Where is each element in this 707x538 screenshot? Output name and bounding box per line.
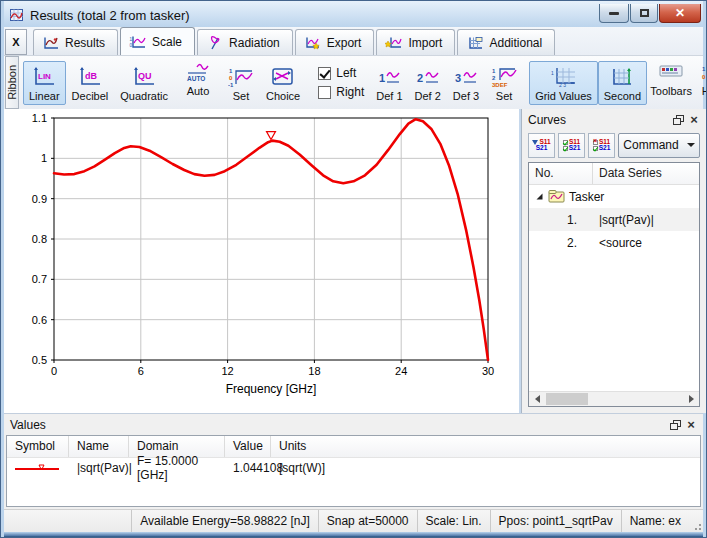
column-value[interactable]: Value <box>225 436 271 457</box>
svg-text:AUTO: AUTO <box>187 75 205 82</box>
left-checkbox-label: Left <box>336 66 356 80</box>
title-bar[interactable]: Results (total 2 from tasker) ✕ <box>4 1 703 27</box>
command-dropdown[interactable]: Command <box>618 133 700 158</box>
values-table: Symbol Name Domain Value Units |sqrt(Pav… <box>6 435 701 507</box>
def2-button[interactable]: 2 Def 2 <box>409 61 447 105</box>
svg-text:1: 1 <box>130 37 133 42</box>
plot-area[interactable]: 06121824300.50.60.70.80.911.1Frequency [… <box>4 109 519 413</box>
svg-text:1: 1 <box>702 66 706 72</box>
right-checkbox-box[interactable] <box>318 86 331 99</box>
second-button[interactable]: Second <box>598 61 647 105</box>
scroll-right-arrow[interactable] <box>683 392 699 406</box>
enable-s-params-button[interactable]: S11 S21 <box>558 133 585 158</box>
set-def-icon: 123DEF <box>491 64 517 90</box>
def1-label: Def 1 <box>376 90 402 103</box>
right-axis-checkbox[interactable]: Right <box>318 85 364 99</box>
ribbon-close-button[interactable]: X <box>5 29 27 55</box>
toggle-s-params-button[interactable]: S11 S21 <box>588 133 615 158</box>
status-ppos: Ppos: point1_sqrtPav <box>490 510 621 532</box>
left-arrow-icon <box>535 395 540 403</box>
grid-values-button[interactable]: 12 3 Grid Values <box>529 61 598 105</box>
close-button[interactable]: ✕ <box>659 4 701 23</box>
curves-horizontal-scrollbar[interactable] <box>529 391 699 406</box>
tab-scale[interactable]: 1 0 Scale <box>120 27 195 55</box>
left-axis-checkbox[interactable]: Left <box>318 66 364 80</box>
tab-export[interactable]: Export <box>295 29 375 55</box>
values-table-header[interactable]: Symbol Name Domain Value Units <box>7 436 700 458</box>
left-checkbox-box[interactable] <box>318 67 331 80</box>
export-tab-icon <box>304 36 322 50</box>
tab-import[interactable]: Import <box>376 29 455 55</box>
values-close-button[interactable]: × <box>683 417 699 432</box>
main-area: 06121824300.50.60.70.80.911.1Frequency [… <box>4 109 703 413</box>
restore-button[interactable] <box>630 4 658 23</box>
values-row[interactable]: |sqrt(Pav)| F= 15.0000 [GHz] 1.044108 [s… <box>7 458 700 477</box>
axis-side-checkboxes: Left Right <box>312 56 370 109</box>
svg-text:3: 3 <box>455 72 461 84</box>
values-panel-titlebar[interactable]: Values × <box>4 414 703 435</box>
tab-results[interactable]: Results <box>33 29 118 55</box>
curves-close-button[interactable]: × <box>686 112 702 127</box>
tab-radiation-label: Radiation <box>229 36 280 50</box>
help-button[interactable]: 101? Help <box>695 56 707 109</box>
curve-row-2[interactable]: 2. <source <box>529 231 699 254</box>
svg-text:0.6: 0.6 <box>32 314 47 326</box>
curves-panel-titlebar[interactable]: Curves × <box>522 109 706 130</box>
svg-text:24: 24 <box>395 365 407 377</box>
second-label: Second <box>604 90 641 103</box>
column-name[interactable]: Name <box>69 436 129 457</box>
set-def-button[interactable]: 123DEF Set <box>485 61 523 105</box>
scrollbar-thumb[interactable] <box>546 393 588 405</box>
toolbars-button[interactable]: Toolbars <box>653 56 689 109</box>
plot-s-params-button[interactable]: S11 S21 <box>528 133 555 158</box>
additional-tab-icon <box>466 36 484 50</box>
check-icon <box>563 140 568 145</box>
svg-text:2: 2 <box>417 72 423 84</box>
values-float-button[interactable] <box>667 417 683 432</box>
close-icon: ✕ <box>675 6 685 20</box>
def3-button[interactable]: 3 Def 3 <box>447 61 485 105</box>
import-tab-icon <box>385 36 403 50</box>
minimize-icon <box>609 12 619 15</box>
auto-button[interactable]: AUTO Auto <box>180 56 216 109</box>
column-units[interactable]: Units <box>271 436 700 457</box>
minimize-button[interactable] <box>599 4 629 23</box>
close-icon: × <box>687 418 695 431</box>
decibel-button[interactable]: dB Decibel <box>66 61 115 105</box>
linear-button[interactable]: LIN Linear <box>23 61 66 105</box>
column-symbol[interactable]: Symbol <box>7 436 69 457</box>
status-scale: Scale: Lin. <box>417 510 490 532</box>
svg-text:0.9: 0.9 <box>32 193 47 205</box>
quadratic-label: Quadratic <box>120 90 168 103</box>
svg-text:0.8: 0.8 <box>32 233 47 245</box>
curve-symbol-icon <box>11 462 63 474</box>
result-chart[interactable]: 06121824300.50.60.70.80.911.1Frequency [… <box>4 109 519 413</box>
set-scale-button[interactable]: 10-1 Set <box>222 61 260 105</box>
svg-text:1: 1 <box>41 152 47 164</box>
results-tab-icon <box>42 36 60 50</box>
scroll-left-arrow[interactable] <box>529 392 545 406</box>
curves-float-button[interactable] <box>670 112 686 127</box>
curve-row-1[interactable]: 1. |sqrt(Pav)| <box>529 208 699 231</box>
tab-radiation[interactable]: Radiation <box>197 29 293 55</box>
tab-results-label: Results <box>65 36 105 50</box>
curves-table-header[interactable]: No. Data Series <box>529 163 699 185</box>
s21-glyph: S21 <box>536 145 548 151</box>
cross-icon <box>593 140 598 145</box>
app-icon <box>8 7 24 23</box>
column-no[interactable]: No. <box>529 163 593 184</box>
choice-button[interactable]: Choice <box>260 61 306 105</box>
grid-values-icon: 12 3 <box>549 64 577 90</box>
tree-group-tasker[interactable]: Tasker <box>529 185 699 208</box>
quadratic-button[interactable]: QU Quadratic <box>114 61 174 105</box>
svg-text:1: 1 <box>492 68 496 74</box>
set-scale-label: Set <box>233 90 250 103</box>
svg-text:dB: dB <box>85 71 97 81</box>
tree-expand-icon[interactable] <box>535 192 544 201</box>
svg-text:1: 1 <box>229 68 233 74</box>
tab-additional[interactable]: Additional <box>457 29 555 55</box>
column-data-series[interactable]: Data Series <box>593 163 699 184</box>
check-icon <box>593 146 598 151</box>
resize-grip[interactable] <box>689 510 703 532</box>
def1-button[interactable]: 1 Def 1 <box>370 61 408 105</box>
